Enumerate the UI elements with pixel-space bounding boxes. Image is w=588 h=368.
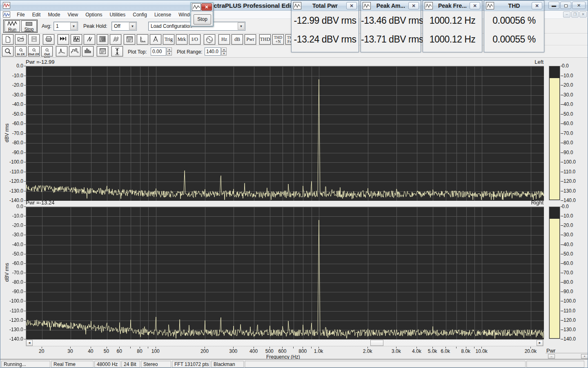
menu-item-license[interactable]: License	[151, 11, 175, 19]
surface-view-button[interactable]	[110, 34, 121, 45]
zoom-full-button[interactable]: Out Full	[41, 46, 53, 56]
zoom-button[interactable]	[2, 46, 13, 56]
bar-plot-style-button[interactable]	[82, 46, 94, 56]
menu-item-config[interactable]: Config	[129, 11, 151, 19]
restore-button[interactable]	[560, 2, 571, 9]
plot-top-spinner[interactable]: ▲▼	[167, 47, 172, 56]
menu-item-view[interactable]: View	[64, 11, 82, 19]
meter-tick	[561, 216, 562, 216]
plot-range-spinner[interactable]: ▲▼	[221, 47, 227, 56]
stop-dialog-titlebar[interactable]: ✕	[191, 3, 213, 11]
mdi-minimize-button[interactable]: –	[563, 11, 570, 18]
horizontal-scrollbar[interactable]: ◄►	[26, 339, 543, 346]
meter-tick	[561, 85, 562, 85]
trigger-button[interactable]: Trig	[163, 34, 174, 45]
collapse-button[interactable]: –	[548, 354, 555, 359]
signal-generator-button[interactable]	[204, 34, 215, 45]
close-icon[interactable]: ✕	[470, 2, 480, 9]
magnifier-icon	[32, 48, 36, 52]
thd-button[interactable]: THD	[259, 34, 271, 45]
plot-canvas-left[interactable]	[26, 66, 544, 201]
hz-units-button[interactable]: Hz	[218, 34, 230, 45]
y-tick	[24, 143, 26, 143]
meas-panel-titlebar[interactable]: THD✕	[484, 1, 544, 11]
peak-hold-combo[interactable]: Off▼	[111, 22, 137, 31]
stop-dialog-stop-button[interactable]: Stop	[194, 14, 211, 25]
stop-dialog-close-button[interactable]: ✕	[201, 3, 212, 11]
close-icon[interactable]: ✕	[346, 2, 357, 9]
meter-tick	[561, 162, 562, 162]
y-axis-label: -70.0	[0, 270, 23, 276]
meas-panel-value: -12.99 dBV rms	[292, 11, 359, 30]
trigger-label: Trig	[165, 36, 173, 42]
save-button[interactable]	[28, 34, 40, 45]
run-button[interactable]: Run	[4, 20, 20, 32]
new-file-button[interactable]	[2, 34, 13, 45]
autoscale-button[interactable]	[111, 46, 123, 56]
chevron-down-icon[interactable]: ▼	[129, 22, 136, 30]
calibration-button[interactable]	[150, 34, 161, 45]
scale-settings-button[interactable]	[137, 34, 148, 45]
y-tick	[24, 311, 26, 311]
plot-top-input[interactable]: 0.00	[151, 47, 166, 56]
meas-panel-titlebar[interactable]: Peak Fre...✕	[423, 1, 482, 11]
menu-item-utilities[interactable]: Utilities	[106, 11, 129, 19]
avg-combo[interactable]: 1▼	[53, 22, 78, 31]
meter-scale-label: -70.0	[562, 270, 573, 276]
splitter-line	[546, 353, 588, 353]
mdi-close-button[interactable]: ✕	[579, 11, 587, 18]
chevron-down-icon[interactable]: ▼	[238, 22, 245, 30]
status-segment	[526, 361, 584, 368]
meter-scale-label: -30.0	[562, 232, 573, 238]
menu-item-mode[interactable]: Mode	[44, 11, 64, 19]
close-icon[interactable]: ✕	[408, 2, 419, 9]
io-button[interactable]: I/O	[189, 34, 200, 45]
control-panel-button[interactable]	[124, 34, 135, 45]
thd-n-button[interactable]: THD+N	[272, 34, 284, 45]
level-meter-fill	[550, 78, 559, 200]
plot-canvas-right[interactable]	[26, 206, 544, 339]
meas-panel-titlebar[interactable]: Peak Am...✕	[361, 1, 421, 11]
display-options-button[interactable]	[97, 46, 108, 56]
close-icon[interactable]: ✕	[532, 2, 542, 9]
zoom-in-2x-button[interactable]: In 2X	[15, 46, 27, 56]
mdi-restore-button[interactable]: ❐	[571, 11, 579, 18]
close-button[interactable]: ✕	[572, 2, 586, 9]
surface-3d-icon	[112, 36, 119, 42]
y-axis-label: -130.0	[0, 327, 23, 332]
step-plot-style-button[interactable]	[69, 46, 80, 56]
marker-button[interactable]: Mrk	[176, 34, 187, 45]
line-plot-style-button[interactable]	[56, 46, 67, 56]
phase-view-button[interactable]	[84, 34, 95, 45]
zoom-out-2x-button[interactable]: Out 2X	[28, 46, 40, 56]
spectrum-view-button[interactable]	[71, 34, 82, 45]
time-series-view-button[interactable]	[58, 34, 69, 45]
scroll-left-arrow[interactable]: ◄	[26, 340, 33, 346]
magnifier-icon	[4, 48, 11, 55]
y-tick	[24, 133, 26, 134]
plot-range-input[interactable]: 140.0	[205, 47, 221, 56]
bars-icon	[84, 48, 91, 54]
minimize-button[interactable]: ▬	[548, 2, 559, 9]
y-axis-label: -40.0	[0, 242, 23, 247]
spinner-up-icon: ▲	[221, 47, 227, 52]
menu-item-edit[interactable]: Edit	[29, 11, 45, 19]
y-axis-label: -140.0	[0, 336, 23, 342]
open-file-button[interactable]	[15, 34, 27, 45]
chevron-down-icon[interactable]: ▼	[70, 22, 77, 30]
menu-item-file[interactable]: File	[13, 11, 28, 19]
meter-tick	[561, 311, 562, 311]
expand-button[interactable]: +	[581, 354, 588, 359]
scroll-right-arrow[interactable]: ►	[537, 340, 543, 346]
pwr-units-button[interactable]: Pwr	[245, 34, 256, 45]
db-units-button[interactable]: dB	[232, 34, 243, 45]
menu-item-options[interactable]: Options	[82, 11, 106, 19]
scrollbar-thumb[interactable]	[370, 340, 383, 346]
meter-scale-label: -120.0	[562, 178, 576, 184]
meas-panel-titlebar[interactable]: Total Pwr✕	[292, 1, 359, 11]
print-button[interactable]	[43, 34, 54, 45]
spectrogram-view-button[interactable]	[97, 34, 108, 45]
spinner-down-icon: ▼	[167, 52, 172, 56]
meter-tick	[561, 282, 562, 283]
stop-button[interactable]: Stop	[21, 20, 37, 32]
